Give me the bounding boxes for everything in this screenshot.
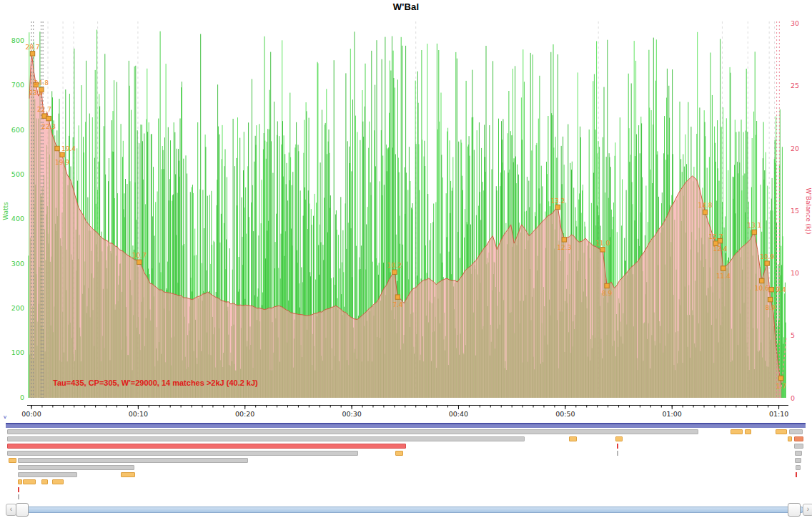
match-label: 13.1	[747, 222, 761, 229]
chart-annotation: Tau=435, CP=305, W'=29000, 14 matches >2…	[53, 378, 258, 387]
interval-bar[interactable]	[7, 436, 525, 441]
match-label: 9.4	[776, 286, 786, 293]
timeline-summary-bar[interactable]	[6, 423, 806, 428]
left-axis-tick-label: 500	[11, 170, 24, 178]
scrollbar-track[interactable]	[10, 507, 803, 513]
interval-tick[interactable]	[18, 494, 19, 499]
interval-bar[interactable]	[52, 479, 64, 484]
match-marker	[46, 116, 51, 120]
match-marker	[42, 114, 46, 118]
x-axis-tick-label: 01:10	[769, 410, 788, 418]
interval-bar[interactable]	[794, 436, 803, 441]
left-axis-tick-label: 600	[11, 126, 24, 134]
scrollbar-right-handle[interactable]	[788, 503, 801, 517]
interval-tick[interactable]	[617, 451, 618, 456]
match-marker	[765, 261, 769, 265]
match-marker	[759, 278, 763, 283]
match-marker	[718, 238, 722, 243]
right-arrow-icon: ›	[807, 505, 809, 513]
left-axis-tick-label: 100	[11, 348, 24, 356]
match-label: 14.8	[698, 202, 713, 209]
match-label: 12.3	[557, 244, 571, 251]
match-marker	[392, 270, 397, 274]
match-label: 19.9	[55, 159, 69, 166]
right-axis-title: W'Balance (kJ)	[805, 187, 812, 234]
interval-bar[interactable]	[731, 429, 743, 434]
left-axis-tick-label: 200	[11, 304, 24, 312]
left-arrow-icon: ‹	[10, 505, 12, 513]
match-label: 10.9	[760, 253, 774, 260]
match-label: 1.7	[776, 383, 786, 390]
interval-bar[interactable]	[23, 479, 36, 484]
interval-bar[interactable]	[789, 429, 803, 434]
match-marker	[137, 260, 142, 264]
match-marker	[562, 238, 566, 242]
match-label: 7.4	[392, 301, 403, 308]
interval-bar[interactable]	[796, 465, 801, 470]
interval-bar[interactable]	[795, 451, 802, 456]
match-label: 13.2	[550, 197, 565, 205]
interval-bar[interactable]	[18, 465, 134, 470]
interval-bar[interactable]	[776, 429, 787, 434]
x-axis-tick-label: 00:00	[21, 410, 41, 418]
interval-bar[interactable]	[7, 451, 358, 456]
match-marker	[769, 287, 773, 291]
interval-bar[interactable]	[7, 444, 406, 449]
match-marker	[60, 152, 64, 157]
interval-bar[interactable]	[18, 472, 77, 477]
left-axis-tick-label: 300	[11, 260, 24, 268]
scrollbar-left-handle[interactable]	[16, 503, 29, 517]
interval-tick[interactable]	[617, 444, 618, 449]
interval-bar[interactable]	[569, 436, 577, 441]
interval-bar[interactable]	[18, 479, 22, 484]
panel-collapse-caret[interactable]: v	[4, 414, 6, 420]
interval-tick[interactable]	[796, 472, 797, 477]
x-axis-tick-label: 00:20	[235, 410, 254, 418]
left-axis-tick-label: 0	[20, 394, 24, 401]
right-axis-tick-label: 5	[791, 331, 795, 339]
right-axis-tick-label: 10	[791, 269, 799, 277]
match-label: 11.0	[595, 240, 610, 247]
match-label: 22.3	[41, 123, 56, 130]
interval-bar[interactable]	[795, 458, 801, 463]
match-label: 19.4	[61, 145, 76, 152]
left-axis-tick-label: 800	[11, 36, 24, 44]
match-label: 12.4	[713, 245, 727, 253]
match-marker	[752, 230, 756, 234]
wbal-plot-canvas[interactable]: 28.723.924.822.722.319.419.910.710.27.41…	[0, 0, 812, 421]
interval-bar[interactable]	[788, 436, 792, 441]
interval-tick[interactable]	[18, 487, 19, 492]
match-marker	[703, 210, 707, 214]
left-axis-tick-label: 700	[11, 81, 24, 89]
x-axis-tick-label: 00:40	[449, 410, 468, 418]
match-marker	[55, 146, 59, 150]
right-axis-tick-label: 15	[791, 207, 799, 215]
match-label: 8.9	[602, 290, 613, 297]
match-marker	[778, 376, 783, 380]
match-label: 8.9	[765, 304, 776, 311]
right-axis-tick-label: 0	[791, 394, 795, 402]
scrollbar-left-button[interactable]: ‹	[6, 504, 16, 516]
interval-bar[interactable]	[18, 458, 248, 463]
interval-bar[interactable]	[395, 451, 403, 456]
interval-bar[interactable]	[41, 479, 48, 484]
interval-bar[interactable]	[7, 429, 698, 434]
scrollbar-right-button[interactable]: ›	[803, 504, 812, 516]
interval-bar[interactable]	[794, 444, 803, 449]
match-label: 22.7	[37, 106, 51, 113]
left-axis-title: Watts	[2, 202, 9, 220]
interval-bar[interactable]	[9, 458, 16, 463]
interval-bar[interactable]	[121, 472, 135, 477]
right-axis-tick-label: 20	[791, 145, 799, 152]
interval-bar[interactable]	[615, 436, 623, 441]
match-marker	[768, 297, 772, 301]
match-label: 10.7	[132, 252, 147, 259]
match-marker	[395, 295, 400, 299]
wbal-chart-window: W'Bal 28.723.924.822.722.319.419.910.710…	[0, 0, 812, 518]
match-label: 28.7	[25, 44, 39, 51]
x-axis-tick-label: 01:00	[663, 410, 682, 418]
right-axis-tick-label: 25	[791, 82, 799, 89]
match-label: 11.4	[716, 273, 731, 280]
match-marker	[721, 266, 726, 270]
interval-bar[interactable]	[745, 429, 751, 434]
